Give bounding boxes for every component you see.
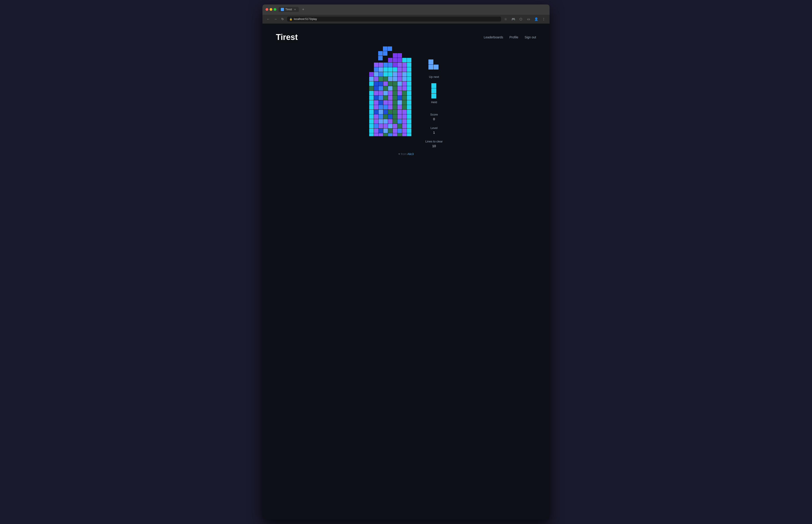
svg-rect-24 (393, 67, 397, 72)
svg-rect-35 (402, 72, 407, 77)
svg-rect-65 (374, 91, 378, 95)
new-tab-button[interactable]: + (301, 7, 306, 12)
svg-rect-118 (369, 119, 374, 124)
svg-rect-99 (407, 105, 411, 110)
svg-rect-56 (374, 86, 378, 91)
svg-rect-149 (388, 133, 393, 136)
svg-rect-158 (431, 88, 436, 93)
svg-rect-100 (369, 110, 374, 114)
traffic-lights (266, 8, 276, 11)
svg-rect-26 (402, 67, 407, 72)
footer-author-link[interactable]: Alic3 (407, 152, 414, 156)
svg-rect-39 (379, 77, 383, 81)
svg-rect-136 (369, 129, 374, 133)
svg-rect-52 (397, 81, 402, 86)
svg-rect-86 (388, 100, 393, 105)
svg-rect-22 (383, 67, 388, 72)
profile-icon[interactable]: 👤 (533, 16, 539, 22)
svg-rect-159 (431, 94, 436, 98)
svg-rect-134 (402, 124, 407, 128)
svg-rect-40 (383, 77, 388, 81)
back-button[interactable]: ← (266, 16, 271, 22)
nav-links: Leaderboards Profile Sign out (484, 35, 536, 39)
svg-rect-90 (407, 100, 411, 105)
svg-rect-146 (374, 133, 378, 136)
svg-rect-108 (407, 110, 411, 114)
svg-rect-107 (402, 110, 407, 114)
svg-rect-113 (388, 114, 393, 119)
sidebar-icon[interactable]: ▭ (526, 16, 531, 22)
svg-rect-55 (369, 86, 374, 91)
svg-rect-123 (393, 119, 397, 124)
up-next-label: Up next (429, 75, 439, 79)
svg-rect-59 (388, 86, 393, 91)
svg-rect-131 (388, 124, 393, 128)
extensions-icon[interactable]: ⬡ (518, 16, 524, 22)
leaderboards-link[interactable]: Leaderboards (484, 35, 503, 39)
svg-rect-111 (379, 114, 383, 119)
svg-rect-63 (407, 86, 411, 91)
tab-title: Tirest (285, 8, 292, 11)
svg-rect-88 (397, 100, 402, 105)
svg-rect-53 (402, 81, 407, 86)
svg-rect-124 (397, 119, 402, 124)
svg-rect-119 (374, 119, 378, 124)
toolbar-actions: ☆ 🎮 ⬡ ▭ 👤 ⋮ (503, 16, 546, 22)
signout-link[interactable]: Sign out (525, 35, 536, 39)
svg-rect-94 (383, 105, 388, 110)
score-label: Score (430, 113, 438, 116)
svg-rect-143 (402, 129, 407, 133)
svg-rect-127 (369, 124, 374, 128)
svg-rect-29 (374, 72, 378, 77)
menu-icon[interactable]: ⋮ (541, 16, 546, 22)
tetris-board-svg (365, 53, 412, 136)
svg-rect-157 (431, 83, 436, 88)
minimize-button[interactable] (270, 8, 272, 11)
svg-rect-129 (379, 124, 383, 128)
svg-rect-132 (393, 124, 397, 128)
svg-rect-110 (374, 114, 378, 119)
svg-rect-120 (379, 119, 383, 124)
svg-rect-91 (369, 105, 374, 110)
svg-rect-117 (407, 114, 411, 119)
svg-rect-150 (393, 133, 397, 136)
svg-rect-122 (388, 119, 393, 124)
profile-link[interactable]: Profile (509, 35, 518, 39)
svg-rect-75 (379, 96, 383, 100)
svg-rect-54 (407, 81, 411, 86)
svg-rect-61 (397, 86, 402, 91)
svg-rect-32 (388, 72, 393, 77)
held-piece-svg (431, 83, 437, 98)
svg-rect-2 (378, 51, 383, 55)
tab-close-button[interactable]: ✕ (293, 8, 297, 11)
svg-rect-73 (369, 96, 374, 100)
svg-rect-142 (397, 129, 402, 133)
svg-rect-58 (383, 86, 388, 91)
svg-rect-155 (428, 65, 433, 69)
stats-section: Score 0 Level 1 Lines to clear 10 (425, 113, 443, 148)
svg-rect-43 (397, 77, 402, 81)
footer-heart: ♥ (398, 152, 400, 156)
svg-rect-139 (383, 129, 388, 133)
svg-rect-49 (383, 81, 388, 86)
address-bar[interactable]: 🔒 localhost:5173/play (287, 17, 501, 21)
svg-rect-133 (397, 124, 402, 128)
forward-button[interactable]: → (273, 16, 278, 22)
svg-rect-76 (383, 96, 388, 100)
close-button[interactable] (266, 8, 268, 11)
reload-button[interactable]: ↻ (280, 16, 285, 22)
svg-rect-51 (393, 81, 397, 86)
svg-rect-105 (393, 110, 397, 114)
svg-rect-44 (402, 77, 407, 81)
svg-rect-83 (374, 100, 378, 105)
fullscreen-button[interactable] (274, 8, 276, 11)
gamepad-icon[interactable]: 🎮 (511, 16, 516, 22)
active-tab[interactable]: Tirest ✕ (279, 7, 299, 12)
app-container: Tirest Leaderboards Profile Sign out (262, 23, 550, 520)
game-area: Up next Held (276, 51, 536, 148)
bookmark-icon[interactable]: ☆ (503, 16, 508, 22)
svg-rect-156 (434, 65, 438, 69)
svg-rect-154 (428, 60, 433, 64)
svg-rect-126 (407, 119, 411, 124)
svg-rect-71 (402, 91, 407, 95)
